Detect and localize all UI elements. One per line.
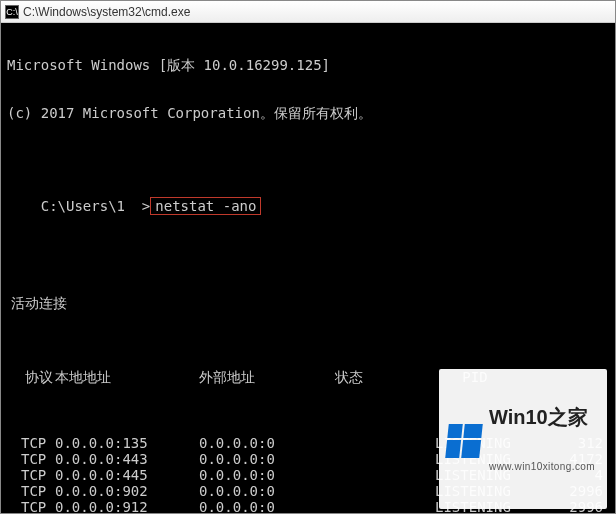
cell-local: 0.0.0.0:902 xyxy=(55,483,199,499)
cell-foreign: 0.0.0.0:0 xyxy=(199,499,335,513)
cell-local: 0.0.0.0:135 xyxy=(55,435,199,451)
cell-local: 0.0.0.0:443 xyxy=(55,451,199,467)
watermark: Win10之家 www.win10xitong.com xyxy=(439,369,607,509)
window-titlebar[interactable]: C:\ C:\Windows\system32\cmd.exe xyxy=(1,1,615,23)
cell-foreign: 0.0.0.0:0 xyxy=(199,451,335,467)
cell-local: 0.0.0.0:445 xyxy=(55,467,199,483)
watermark-url: www.win10xitong.com xyxy=(489,459,595,475)
cell-foreign: 0.0.0.0:0 xyxy=(199,467,335,483)
cell-proto: TCP xyxy=(7,483,55,499)
windows-logo-icon xyxy=(445,424,483,458)
command-highlight: netstat -ano xyxy=(150,197,261,215)
cell-local: 0.0.0.0:912 xyxy=(55,499,199,513)
terminal-output[interactable]: Microsoft Windows [版本 10.0.16299.125] (c… xyxy=(1,23,615,513)
header-foreign: 外部地址 xyxy=(199,369,335,385)
prompt-path: C:\Users\1 > xyxy=(41,198,151,214)
window-title: C:\Windows\system32\cmd.exe xyxy=(23,5,190,19)
cell-foreign: 0.0.0.0:0 xyxy=(199,483,335,499)
cell-proto: TCP xyxy=(7,451,55,467)
cell-foreign: 0.0.0.0:0 xyxy=(199,435,335,451)
watermark-brand: Win10之家 xyxy=(489,407,595,427)
header-state: 状态 xyxy=(335,369,435,385)
cell-proto: TCP xyxy=(7,499,55,513)
cell-proto: TCP xyxy=(7,435,55,451)
section-title: 活动连接 xyxy=(11,295,613,311)
header-local: 本地地址 xyxy=(55,369,199,385)
cell-proto: TCP xyxy=(7,467,55,483)
banner-line-1: Microsoft Windows [版本 10.0.16299.125] xyxy=(7,57,613,73)
cmd-icon: C:\ xyxy=(5,5,19,19)
banner-line-2: (c) 2017 Microsoft Corporation。保留所有权利。 xyxy=(7,105,613,121)
header-proto: 协议 xyxy=(7,369,55,385)
prompt-line: C:\Users\1 >netstat -ano xyxy=(7,181,613,231)
